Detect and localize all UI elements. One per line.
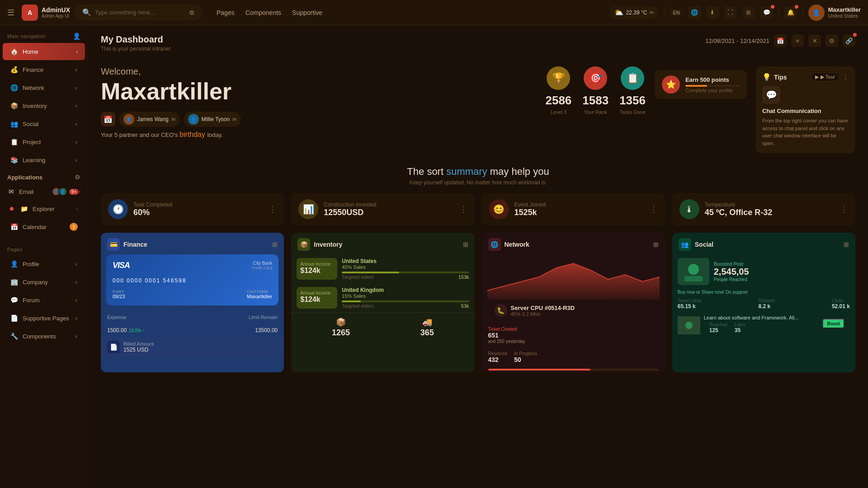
bell-icon[interactable]: 🔔 — [784, 6, 797, 19]
inventory-expand-icon[interactable]: ⊞ — [463, 241, 468, 248]
boosted-value: 2,545,05 — [714, 267, 749, 277]
welcome-left: Welcome, Maxartkiller 📅 👤 James Wang ✉ 👤… — [101, 66, 536, 139]
filter-icon[interactable]: ⚙ — [189, 9, 195, 16]
sidebar-item-home[interactable]: 🏠 Home › — [3, 43, 85, 60]
calendar-action-icon[interactable]: 📅 — [774, 34, 787, 47]
task-menu-icon[interactable]: ⋮ — [269, 204, 277, 214]
finance-expand-icon[interactable]: ⊞ — [272, 241, 278, 248]
language-badge[interactable]: EN — [670, 9, 682, 16]
tips-tour-button[interactable]: ▶ ▶ Tour — [811, 73, 839, 81]
birthday-highlight[interactable]: birthday — [179, 131, 205, 138]
ticket-created-sub: and 250 yesterday — [488, 339, 525, 344]
inv-orders-label-us: Targeted orders — [342, 275, 373, 280]
apps-settings-icon[interactable]: ⚙ — [75, 174, 80, 181]
visa-holder: Maxartkiller — [247, 294, 272, 299]
james-avatar: 👤 — [123, 114, 134, 125]
millie-msg-icon: ✉ — [232, 117, 236, 122]
social-expand-icon[interactable]: ⊞ — [844, 241, 849, 248]
temperature-menu-icon[interactable]: ⋮ — [840, 204, 848, 214]
expense-change: 18.0% ↑ — [128, 328, 145, 333]
hamburger-icon[interactable]: ☰ — [7, 8, 14, 18]
grid-icon[interactable]: ⊞ — [742, 6, 755, 19]
calendar-chip: 📅 — [101, 112, 115, 127]
sidebar-item-finance[interactable]: 💰 Finance ∨ — [3, 61, 85, 78]
birthday-row: Your 5 partner and our CEO's birthday to… — [101, 131, 536, 139]
tips-more-icon[interactable]: ⋮ — [842, 73, 849, 81]
sidebar-item-calendar[interactable]: 📅 Calendar 3 — [3, 218, 85, 235]
stat-level-label: Level 3 — [551, 109, 566, 115]
millie-avatar: 👤 — [188, 114, 199, 125]
sidebar-item-explorer[interactable]: 📁 Explorer › — [3, 200, 85, 217]
partner-name-millie: Millie Tyson — [202, 116, 230, 122]
search-input[interactable] — [95, 9, 185, 16]
nav-links: Pages Components Supportive — [217, 9, 322, 16]
search-bar[interactable]: 🔍 ⚙ — [75, 5, 202, 20]
inv-truck-value: 365 — [420, 328, 434, 338]
pencil-icon[interactable]: ✏ — [650, 9, 654, 16]
settings-action-icon[interactable]: ⚙ — [826, 34, 838, 47]
ticket-row: Ticket Created 651 and 250 yesterday — [482, 323, 665, 347]
sidebar-item-network[interactable]: 🌐 Network ∨ — [3, 79, 85, 96]
sidebar-label-forum: Forum — [23, 297, 40, 304]
sidebar-item-components[interactable]: 🔧 Components ∨ — [3, 328, 85, 345]
calendar-icon: 📅 — [10, 223, 18, 231]
inv-annual-label-uk: Annual Income — [300, 291, 334, 296]
sidebar-item-company[interactable]: 🏢 Company ∨ — [3, 273, 85, 291]
likes-value: 35 — [735, 327, 745, 333]
inventory-widget-title: Inventory — [314, 241, 342, 248]
retweet-value: 8.2 k — [758, 303, 775, 310]
sidebar: Main navigation 👤 🏠 Home › 💰 Finance ∨ 🌐… — [0, 25, 88, 488]
close-action-icon[interactable]: ✕ — [808, 34, 821, 47]
sidebar-item-email[interactable]: ✉ Email 👤 👤 9+ › — [0, 183, 88, 200]
svg-rect-2 — [684, 276, 703, 282]
event-menu-icon[interactable]: ⋮ — [650, 204, 658, 214]
network-expand-icon[interactable]: ⊞ — [653, 241, 659, 248]
chevron-finance: ∨ — [75, 67, 78, 72]
sidebar-item-forum[interactable]: 💬 Forum ∨ — [3, 291, 85, 309]
sidebar-item-supportive[interactable]: 📄 Supportive Pages ∨ — [3, 310, 85, 327]
inv-income-us: Annual Income $124k — [297, 258, 337, 280]
partner-chip-millie[interactable]: 👤 Millie Tyson ✉ — [184, 112, 241, 127]
event-icon: 😊 — [489, 199, 509, 219]
tweet-likes-label: Tweet Likes — [678, 298, 702, 303]
inv-annual-value-us: $124k — [300, 267, 334, 275]
nav-supportive[interactable]: Supportive — [292, 9, 322, 16]
nav-section-icon[interactable]: 👤 — [73, 33, 81, 40]
sidebar-item-social[interactable]: 👥 Social ∨ — [3, 115, 85, 132]
sidebar-item-project[interactable]: 📋 Project ∨ — [3, 133, 85, 150]
user-info[interactable]: 👤 Maxartkiller United States — [808, 5, 861, 21]
inventory-icon: 📦 — [10, 102, 18, 110]
earn-star-icon: ⭐ — [662, 75, 680, 94]
retweet-label: Retweet — [758, 298, 775, 303]
share-action-icon[interactable]: 🔗 — [843, 34, 855, 47]
sidebar-item-profile[interactable]: 👤 Profile ∨ — [3, 255, 85, 272]
sidebar-label-learning: Learning — [23, 157, 46, 164]
translate-icon[interactable]: 🌐 — [688, 6, 701, 19]
chat-icon[interactable]: 💬 — [760, 6, 773, 19]
boost-button[interactable]: Boost — [823, 319, 844, 328]
chevron-learning: ∨ — [75, 158, 78, 163]
inv-annual-label-us: Annual Income — [300, 262, 334, 267]
sidebar-item-learning[interactable]: 📚 Learning ∨ — [3, 151, 85, 169]
boosted-label: Boosted Post — [714, 261, 749, 267]
partner-chip-james[interactable]: 👤 James Wang ✉ — [119, 112, 180, 127]
visa-bank-name: City Bank — [251, 261, 272, 266]
summary-highlight: summary — [446, 166, 487, 177]
company-icon: 🏢 — [10, 278, 18, 286]
download-icon[interactable]: ⬇ — [706, 6, 719, 19]
inventory-row-us: Annual Income $124k United States 45% Sa… — [291, 254, 474, 283]
filter-action-icon[interactable]: ≡ — [791, 34, 804, 47]
fullscreen-icon[interactable]: ⛶ — [724, 6, 737, 19]
sidebar-label-company: Company — [23, 279, 48, 286]
nav-pages[interactable]: Pages — [217, 9, 235, 16]
sidebar-item-inventory[interactable]: 📦 Inventory ∨ — [3, 97, 85, 114]
inv-boxes-icon: 📦 — [336, 317, 346, 327]
inv-annual-value-uk: $124k — [300, 296, 334, 304]
network-widget-title: Network — [505, 241, 529, 248]
profile-icon: 👤 — [10, 260, 18, 268]
play-icon: ▶ — [815, 74, 819, 80]
components-icon: 🔧 — [10, 332, 18, 340]
nav-components[interactable]: Components — [245, 9, 281, 16]
construction-menu-icon[interactable]: ⋮ — [459, 204, 467, 214]
stat-level: 🏆 2586 Level 3 — [545, 66, 571, 115]
